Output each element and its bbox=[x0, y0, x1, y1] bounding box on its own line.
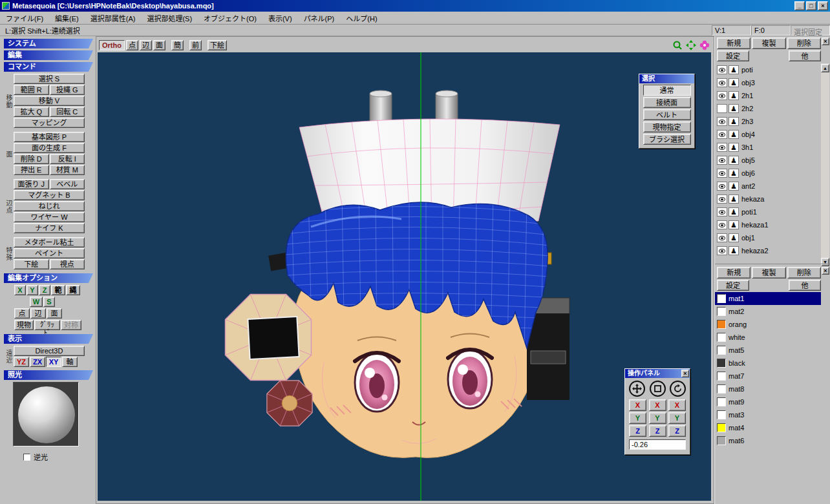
scale-tool-icon[interactable] bbox=[650, 381, 666, 397]
material-duplicate-button[interactable]: 複製 bbox=[752, 267, 785, 278]
cmd-mapping[interactable]: マッピング bbox=[14, 118, 85, 128]
object-row[interactable]: ♟ 2h3 bbox=[717, 115, 821, 128]
edge-toggle[interactable]: 辺 bbox=[30, 308, 46, 319]
object-type-icon[interactable]: ♟ bbox=[729, 169, 739, 178]
object-name[interactable]: poti bbox=[740, 66, 753, 74]
object-new-button[interactable]: 新規 bbox=[717, 37, 750, 49]
cmd-wire[interactable]: ワイヤー W bbox=[14, 212, 85, 222]
object-row[interactable]: ♟ obj3 bbox=[717, 76, 821, 89]
material-swatch[interactable] bbox=[717, 333, 726, 342]
rotate-view-icon[interactable] bbox=[699, 40, 710, 50]
move-tool-icon[interactable] bbox=[629, 381, 645, 397]
object-panel-close-icon[interactable]: × bbox=[822, 37, 829, 45]
material-new-button[interactable]: 新規 bbox=[717, 267, 750, 278]
cmd-lasso[interactable]: 投縄 G bbox=[50, 85, 85, 95]
object-name[interactable]: 2h2 bbox=[740, 105, 753, 112]
object-settings-button[interactable]: 設定 bbox=[717, 50, 749, 61]
object-name[interactable]: hekaza bbox=[740, 195, 764, 203]
simple-display-button[interactable]: 簡 bbox=[171, 40, 184, 50]
object-row[interactable]: ♟ 2h2 bbox=[717, 102, 821, 115]
edit-options-header[interactable]: 編集オプション bbox=[4, 273, 93, 283]
object-type-icon[interactable]: ♟ bbox=[729, 130, 739, 139]
move-z-button[interactable]: Z bbox=[629, 425, 646, 437]
object-row[interactable]: ♟ 3h1 bbox=[717, 141, 821, 154]
material-other-button[interactable]: 他 bbox=[789, 280, 821, 291]
cmd-paint[interactable]: ペイント bbox=[14, 248, 85, 258]
system-header[interactable]: システム bbox=[4, 39, 93, 48]
object-type-icon[interactable]: ♟ bbox=[729, 246, 739, 255]
visibility-eye-icon[interactable] bbox=[717, 91, 727, 100]
3d-canvas[interactable] bbox=[98, 52, 711, 501]
object-row[interactable]: ♟ poti bbox=[717, 63, 821, 76]
object-row[interactable]: ♟ hekaza1 bbox=[717, 218, 821, 231]
cmd-bevel[interactable]: ベベル bbox=[50, 179, 85, 189]
cmd-underlay[interactable]: 下絵 bbox=[14, 259, 49, 269]
selection-panel-title[interactable]: 選択 bbox=[639, 74, 694, 83]
object-type-icon[interactable]: ♟ bbox=[729, 91, 739, 100]
object-type-icon[interactable]: ♟ bbox=[729, 207, 739, 216]
material-name[interactable]: mat7 bbox=[729, 372, 744, 380]
cmd-select[interactable]: 選択 S bbox=[14, 74, 85, 84]
object-other-button[interactable]: 他 bbox=[789, 50, 821, 61]
rotate-tool-icon[interactable] bbox=[670, 381, 686, 397]
renderer-button[interactable]: Direct3D bbox=[14, 346, 85, 356]
light-preview-sphere[interactable] bbox=[13, 382, 79, 446]
visibility-eye-icon[interactable] bbox=[717, 130, 727, 139]
world-toggle[interactable]: W bbox=[30, 297, 43, 307]
object-type-icon[interactable]: ♟ bbox=[729, 194, 739, 204]
zoom-icon[interactable] bbox=[672, 40, 683, 50]
material-swatch[interactable] bbox=[717, 397, 726, 406]
object-duplicate-button[interactable]: 複製 bbox=[752, 37, 785, 49]
material-panel-close-icon[interactable]: × bbox=[822, 267, 829, 275]
material-row[interactable]: mat4 bbox=[715, 421, 821, 434]
move-y-button[interactable]: Y bbox=[629, 412, 646, 424]
material-swatch[interactable] bbox=[717, 320, 726, 329]
material-row[interactable]: black bbox=[715, 357, 821, 370]
object-name[interactable]: obj6 bbox=[740, 169, 755, 177]
object-row[interactable]: ♟ obj5 bbox=[717, 154, 821, 167]
menu-view[interactable]: 表示(V) bbox=[262, 11, 298, 25]
underlay-button[interactable]: 下絵 bbox=[208, 40, 227, 50]
menu-object[interactable]: オブジェクト(O) bbox=[198, 11, 262, 25]
cmd-viewpoint[interactable]: 視点 bbox=[50, 259, 85, 269]
visibility-eye-icon[interactable] bbox=[717, 117, 727, 126]
menu-help[interactable]: ヘルプ(H) bbox=[340, 11, 383, 25]
object-type-icon[interactable]: ♟ bbox=[729, 117, 739, 126]
edit-header[interactable]: 編集 bbox=[4, 50, 93, 60]
cmd-metaball[interactable]: メタボール粘土 bbox=[14, 237, 85, 247]
cmd-create-face[interactable]: 面の生成 F bbox=[14, 143, 85, 153]
material-row[interactable]: mat9 bbox=[715, 395, 821, 408]
material-name[interactable]: mat4 bbox=[729, 424, 744, 432]
object-row[interactable]: ♟ hekaza bbox=[717, 193, 821, 205]
object-type-icon[interactable]: ♟ bbox=[729, 104, 739, 113]
object-name[interactable]: hekaza2 bbox=[740, 247, 769, 255]
view-xy-button[interactable]: XY bbox=[46, 357, 61, 367]
minimize-button[interactable]: _ bbox=[794, 1, 805, 10]
lasso-toggle[interactable]: 縄 bbox=[66, 285, 80, 295]
show-points-button[interactable]: 点 bbox=[126, 40, 138, 50]
visibility-eye-icon[interactable] bbox=[717, 194, 727, 204]
object-name[interactable]: ant2 bbox=[740, 182, 755, 190]
menu-selection-ops[interactable]: 選択部処理(S) bbox=[141, 11, 198, 25]
object-type-icon[interactable]: ♟ bbox=[729, 65, 739, 74]
material-swatch[interactable] bbox=[717, 423, 726, 432]
material-swatch[interactable] bbox=[717, 346, 726, 355]
axis-display-button[interactable]: 軸 bbox=[62, 357, 78, 367]
scale-y-button[interactable]: Y bbox=[649, 412, 666, 424]
rotate-z-button[interactable]: Z bbox=[668, 425, 686, 437]
material-row[interactable]: mat8 bbox=[715, 383, 821, 395]
display-header[interactable]: 表示 bbox=[4, 334, 93, 344]
object-row[interactable]: ♟ poti1 bbox=[717, 205, 821, 218]
material-swatch[interactable] bbox=[717, 410, 726, 419]
selection-lock-label[interactable]: 選択固定 bbox=[791, 25, 830, 36]
visibility-eye-icon[interactable] bbox=[717, 143, 727, 152]
material-name[interactable]: mat9 bbox=[729, 398, 744, 406]
cmd-face-bridge[interactable]: 面張り J bbox=[14, 179, 49, 189]
maximize-button[interactable]: □ bbox=[806, 1, 816, 10]
object-name[interactable]: 2h1 bbox=[740, 92, 753, 100]
command-header[interactable]: コマンド bbox=[4, 62, 93, 72]
material-name[interactable]: white bbox=[729, 333, 745, 341]
material-row[interactable]: mat3 bbox=[715, 408, 821, 421]
object-name[interactable]: obj4 bbox=[740, 131, 755, 138]
select-brush-button[interactable]: ブラシ選択 bbox=[643, 134, 691, 145]
